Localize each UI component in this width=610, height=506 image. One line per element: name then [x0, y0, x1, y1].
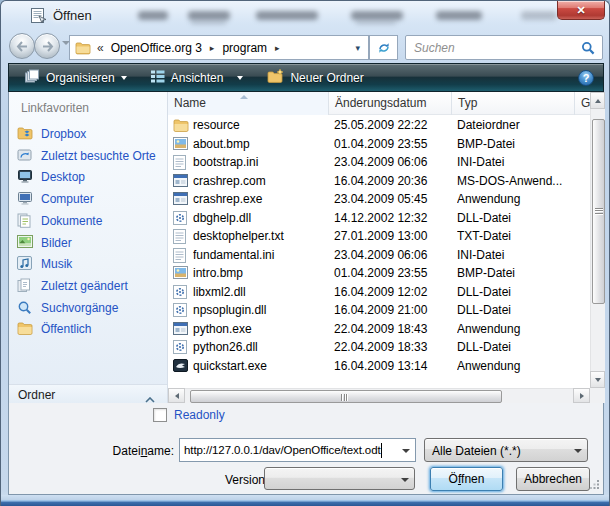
scroll-right-button[interactable]: [573, 388, 590, 403]
computer-icon: [17, 191, 33, 207]
file-row-crashrep-exe[interactable]: crashrep.exe23.04.2009 05:45Anwendung: [168, 190, 590, 209]
filename-input[interactable]: http://127.0.0.1/dav/OpenOffice/text.odt: [179, 438, 416, 462]
sidebar-item-bilder[interactable]: Bilder: [9, 233, 167, 254]
forward-button[interactable]: [34, 33, 60, 59]
public-icon: [17, 321, 33, 337]
close-button[interactable]: ✕: [557, 1, 605, 20]
filename-dropdown-icon[interactable]: [402, 449, 410, 453]
text-file-icon: [173, 229, 189, 244]
file-row-crashrep-com[interactable]: crashrep.com16.04.2009 20:36MS-DOS-Anwen…: [168, 172, 590, 191]
sidebar-item-musik[interactable]: Musik: [9, 254, 167, 275]
file-row-intro-bmp[interactable]: intro.bmp01.04.2009 23:55BMP-Datei: [168, 264, 590, 283]
sidebar-item-zuletzt-besuchte-orte[interactable]: Zuletzt besuchte Orte: [9, 146, 167, 167]
folders-expander[interactable]: Ordner: [9, 384, 167, 403]
sidebar-item-label: Bilder: [41, 236, 72, 250]
scroll-up-button[interactable]: [590, 92, 605, 109]
new-folder-button[interactable]: Neuer Ordner: [260, 66, 376, 89]
sidebar-item-zuletzt-ge-ndert[interactable]: Zuletzt geändert: [9, 276, 167, 297]
file-row-dbghelp-dll[interactable]: dbghelp.dll14.12.2002 12:32DLL-Datei: [168, 209, 590, 228]
file-modified-date: 25.05.2009 22:22: [334, 116, 427, 135]
scroll-down-button[interactable]: [590, 371, 605, 388]
music-icon: [17, 256, 33, 272]
column-header-size[interactable]: G: [575, 92, 590, 115]
file-type: Anwendung: [457, 357, 582, 376]
file-modified-date: 22.04.2009 18:33: [334, 338, 427, 357]
breadcrumb-separator-icon[interactable]: ▸: [275, 43, 280, 53]
file-modified-date: 01.04.2009 23:55: [334, 135, 427, 154]
file-row-desktophelper-txt[interactable]: desktophelper.txt27.01.2009 13:00TXT-Dat…: [168, 227, 590, 246]
sidebar-item-suchvorg-nge[interactable]: Suchvorgänge: [9, 298, 167, 319]
file-row-bootstrap-ini[interactable]: bootstrap.ini23.04.2009 06:06INI-Datei: [168, 153, 590, 172]
text-file-icon: [173, 155, 189, 170]
vertical-scrollbar-thumb[interactable]: [592, 119, 605, 304]
file-row-about-bmp[interactable]: about.bmp01.04.2009 23:55BMP-Datei: [168, 135, 590, 154]
file-type: Anwendung: [457, 190, 582, 209]
breadcrumb-collapsed-indicator[interactable]: «: [97, 41, 104, 55]
file-name: python26.dll: [193, 338, 327, 357]
horizontal-scrollbar[interactable]: [168, 388, 590, 403]
title-bar[interactable]: Öffnen ✕: [1, 1, 609, 31]
version-dropdown-icon: [401, 478, 409, 482]
search-input[interactable]: Suchen: [405, 35, 603, 60]
arrow-up-icon: [595, 99, 601, 103]
scroll-left-button[interactable]: [168, 388, 185, 403]
file-modified-date: 14.12.2002 12:32: [334, 209, 427, 228]
sidebar-item-label: Dropbox: [41, 127, 86, 141]
background-blur-text: [356, 21, 396, 24]
readonly-label[interactable]: Readonly: [174, 408, 225, 422]
file-row-libxml2-dll[interactable]: libxml2.dll16.04.2009 12:02DLL-Datei: [168, 283, 590, 302]
help-button[interactable]: ?: [578, 70, 594, 86]
file-row-quickstart-exe[interactable]: quickstart.exe16.04.2009 13:14Anwendung: [168, 357, 590, 376]
column-header-type[interactable]: Typ: [452, 92, 575, 115]
file-type: TXT-Datei: [457, 227, 582, 246]
back-button[interactable]: [9, 33, 35, 59]
breadcrumb-segment-program[interactable]: program: [222, 41, 267, 55]
sidebar-item-label: Dokumente: [41, 214, 102, 228]
file-row-resource[interactable]: resource25.05.2009 22:22Dateiordner: [168, 116, 590, 135]
file-type: MS-DOS-Anwend...: [457, 172, 582, 191]
breadcrumb-segment-openoffice[interactable]: OpenOffice.org 3: [111, 41, 202, 55]
scrollbar-corner: [590, 388, 605, 403]
cancel-button[interactable]: Abbrechen: [516, 467, 590, 491]
sidebar-item-desktop[interactable]: Desktop: [9, 167, 167, 188]
window-title: Öffnen: [53, 8, 92, 23]
sidebar-item-dokumente[interactable]: Dokumente: [9, 211, 167, 232]
file-type: INI-Datei: [457, 246, 582, 265]
file-row-python26-dll[interactable]: python26.dll22.04.2009 18:33DLL-Datei: [168, 338, 590, 357]
file-row-npsoplugin-dll[interactable]: npsoplugin.dll16.04.2009 21:00DLL-Datei: [168, 301, 590, 320]
background-blur-text: [351, 11, 403, 20]
file-name: about.bmp: [193, 135, 327, 154]
sidebar-item-dropbox[interactable]: Dropbox: [9, 124, 167, 145]
search-icon[interactable]: [581, 41, 595, 58]
recent-changed-icon: [17, 278, 33, 294]
column-header-modified-date[interactable]: Änderungsdatum: [329, 92, 452, 115]
app-file-icon: [173, 322, 189, 337]
dropbox-icon: [17, 126, 33, 142]
sidebar-item-ffentlich[interactable]: Öffentlich: [9, 319, 167, 340]
views-dropdown-icon[interactable]: [237, 76, 243, 80]
open-button[interactable]: Öffnen: [430, 467, 503, 491]
address-breadcrumb[interactable]: « OpenOffice.org 3 ▸ program ▸ ▾: [69, 35, 369, 60]
views-button[interactable]: Ansichten: [144, 66, 251, 89]
filetype-value: Alle Dateien (*.*): [432, 444, 521, 458]
file-row-python-exe[interactable]: python.exe22.04.2009 18:43Anwendung: [168, 320, 590, 339]
resize-grip[interactable]: [590, 478, 600, 492]
refresh-button[interactable]: [369, 35, 398, 60]
favorites-sidebar: Linkfavoriten DropboxZuletzt besuchte Or…: [9, 92, 168, 403]
column-header-name[interactable]: Name: [168, 92, 329, 115]
file-row-fundamental-ini[interactable]: fundamental.ini23.04.2009 06:06INI-Datei: [168, 246, 590, 265]
folders-label: Ordner: [18, 388, 55, 402]
sidebar-item-computer[interactable]: Computer: [9, 189, 167, 210]
sidebar-item-label: Desktop: [41, 170, 85, 184]
favorites-header: Linkfavoriten: [21, 101, 89, 115]
organize-button[interactable]: Organisieren: [17, 66, 134, 89]
horizontal-scrollbar-thumb[interactable]: [190, 390, 502, 403]
file-type: Anwendung: [457, 320, 582, 339]
readonly-checkbox[interactable]: [153, 408, 167, 422]
breadcrumb-separator-icon[interactable]: ▸: [210, 43, 215, 53]
address-dropdown-icon[interactable]: ▾: [355, 43, 360, 53]
version-combobox[interactable]: [264, 467, 415, 490]
filetype-combobox[interactable]: Alle Dateien (*.*): [424, 438, 588, 462]
vertical-scrollbar[interactable]: [590, 92, 605, 388]
file-name: fundamental.ini: [193, 246, 327, 265]
